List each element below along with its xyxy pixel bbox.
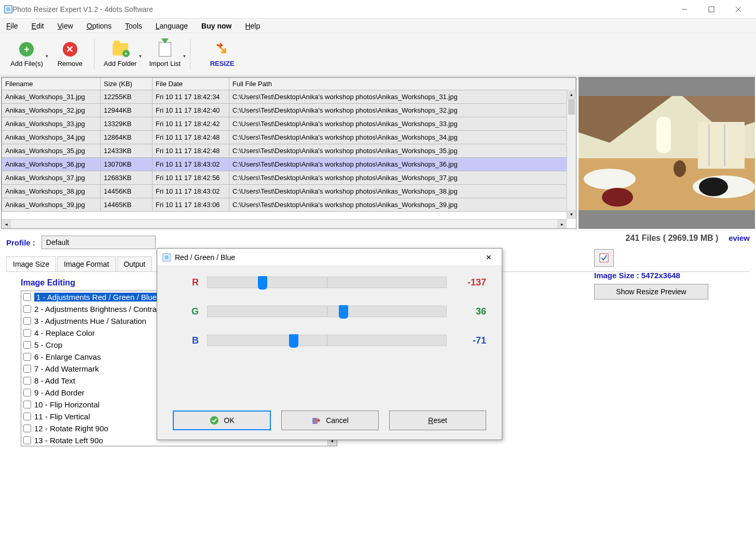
resize-icon bbox=[214, 41, 230, 58]
cell-size: 14465KB bbox=[101, 198, 153, 212]
cell-date: Fri 10 11 17 18:42:42 bbox=[153, 117, 229, 131]
add-folder-button[interactable]: + Add Folder ▾ bbox=[98, 39, 143, 70]
cell-size: 12433KB bbox=[101, 144, 153, 158]
scroll-right-icon[interactable]: ▸ bbox=[557, 220, 567, 229]
table-row[interactable]: Anikas_Workshops_31.jpg12255KBFri 10 11 … bbox=[2, 90, 576, 104]
dropdown-arrow-icon[interactable]: ▾ bbox=[183, 53, 186, 59]
dropdown-arrow-icon[interactable]: ▾ bbox=[139, 53, 142, 59]
menu-file[interactable]: File bbox=[6, 22, 18, 30]
list-checkbox[interactable] bbox=[23, 401, 31, 408]
list-item-label: 13 - Rotate Left 90o bbox=[34, 436, 103, 445]
g-slider[interactable] bbox=[207, 306, 447, 317]
scroll-thumb[interactable] bbox=[568, 99, 575, 115]
list-checkbox[interactable] bbox=[23, 329, 31, 337]
list-checkbox[interactable] bbox=[23, 293, 31, 301]
titlebar: Photo Resizer Expert V1.2 - 4dots Softwa… bbox=[0, 0, 756, 19]
scroll-up-icon[interactable]: ▴ bbox=[567, 90, 576, 99]
dropdown-arrow-icon[interactable]: ▾ bbox=[46, 53, 48, 59]
cell-path: C:\Users\Test\Desktop\Anika's workshop p… bbox=[229, 158, 576, 171]
dialog-close-button[interactable]: ✕ bbox=[481, 253, 497, 262]
table-row[interactable]: Anikas_Workshops_38.jpg14456KBFri 10 11 … bbox=[2, 185, 576, 198]
list-checkbox[interactable] bbox=[23, 377, 31, 385]
check-toggle[interactable] bbox=[594, 249, 614, 267]
table-row[interactable]: Anikas_Workshops_39.jpg14465KBFri 10 11 … bbox=[2, 198, 576, 212]
ok-button[interactable]: OK bbox=[173, 411, 271, 430]
list-checkbox[interactable] bbox=[23, 365, 31, 373]
list-checkbox[interactable] bbox=[23, 436, 31, 444]
vertical-scrollbar[interactable]: ▴ ▾ bbox=[567, 90, 576, 219]
scroll-left-icon[interactable]: ◂ bbox=[2, 220, 11, 229]
col-size[interactable]: Size (KB) bbox=[101, 78, 153, 90]
resize-button[interactable]: RESIZE bbox=[194, 39, 251, 70]
preview-pane bbox=[579, 77, 755, 229]
file-table[interactable]: Filename Size (KB) File Date Full File P… bbox=[1, 77, 576, 229]
cell-path: C:\Users\Test\Desktop\Anika's workshop p… bbox=[229, 144, 576, 158]
tab-image-size[interactable]: Image Size bbox=[6, 256, 56, 271]
list-checkbox[interactable] bbox=[23, 413, 31, 420]
import-list-button[interactable]: Import List ▾ bbox=[143, 39, 187, 70]
list-checkbox[interactable] bbox=[23, 341, 31, 349]
cell-path: C:\Users\Test\Desktop\Anika's workshop p… bbox=[229, 131, 576, 144]
show-resize-preview-button[interactable]: Show Resize Preview bbox=[594, 284, 708, 299]
list-item-label: 9 - Add Border bbox=[34, 388, 85, 397]
svg-rect-18 bbox=[656, 117, 671, 153]
toolbar-separator bbox=[190, 39, 190, 70]
close-button[interactable] bbox=[725, 0, 752, 19]
table-row[interactable]: Anikas_Workshops_33.jpg13329KBFri 10 11 … bbox=[2, 117, 576, 131]
col-date[interactable]: File Date bbox=[153, 78, 229, 90]
menu-options[interactable]: Options bbox=[87, 22, 112, 30]
menu-language[interactable]: Language bbox=[156, 22, 188, 30]
list-checkbox[interactable] bbox=[23, 353, 31, 361]
b-slider[interactable] bbox=[207, 335, 447, 346]
list-item-label: 4 - Replace Color bbox=[34, 329, 95, 337]
menu-buy-now[interactable]: Buy now bbox=[201, 22, 231, 30]
dialog-icon bbox=[162, 253, 171, 262]
cell-filename: Anikas_Workshops_36.jpg bbox=[2, 158, 101, 171]
table-row[interactable]: Anikas_Workshops_34.jpg12864KBFri 10 11 … bbox=[2, 131, 576, 144]
menu-view[interactable]: View bbox=[58, 22, 73, 30]
list-checkbox[interactable] bbox=[23, 317, 31, 325]
reset-button[interactable]: Reset bbox=[389, 411, 486, 430]
b-value: -71 bbox=[455, 335, 486, 346]
cell-path: C:\Users\Test\Desktop\Anika's workshop p… bbox=[229, 198, 576, 212]
minimize-button[interactable] bbox=[671, 0, 698, 19]
r-slider[interactable] bbox=[207, 277, 447, 288]
add-files-button[interactable]: + Add File(s) ▾ bbox=[4, 39, 49, 70]
svg-point-16 bbox=[699, 177, 728, 196]
cell-size: 12944KB bbox=[101, 104, 153, 117]
profile-combo[interactable]: Default bbox=[42, 236, 156, 249]
table-row[interactable]: Anikas_Workshops_37.jpg12683KBFri 10 11 … bbox=[2, 171, 576, 185]
menu-edit[interactable]: Edit bbox=[32, 22, 44, 30]
list-checkbox[interactable] bbox=[23, 425, 31, 432]
svg-point-13 bbox=[584, 169, 636, 189]
svg-rect-10 bbox=[698, 122, 745, 169]
maximize-button[interactable] bbox=[698, 0, 725, 19]
menubar: File Edit View Options Tools Language Bu… bbox=[0, 19, 756, 33]
svg-rect-12 bbox=[724, 125, 725, 166]
table-row[interactable]: Anikas_Workshops_32.jpg12944KBFri 10 11 … bbox=[2, 104, 576, 117]
slider-thumb[interactable] bbox=[258, 276, 267, 290]
list-item-label: 12 - Rotate Right 90o bbox=[34, 424, 108, 433]
table-row[interactable]: Anikas_Workshops_35.jpg12433KBFri 10 11 … bbox=[2, 144, 576, 158]
slider-thumb[interactable] bbox=[339, 305, 348, 319]
menu-help[interactable]: Help bbox=[245, 22, 260, 30]
plus-icon: + bbox=[19, 42, 34, 57]
list-checkbox[interactable] bbox=[23, 389, 31, 396]
tab-output[interactable]: Output bbox=[117, 256, 152, 271]
remove-button[interactable]: ✕ Remove bbox=[49, 39, 91, 70]
check-icon bbox=[210, 416, 219, 425]
table-row[interactable]: Anikas_Workshops_36.jpg13070KBFri 10 11 … bbox=[2, 158, 576, 171]
col-path[interactable]: Full File Path bbox=[229, 78, 576, 90]
cell-filename: Anikas_Workshops_38.jpg bbox=[2, 185, 101, 198]
col-filename[interactable]: Filename bbox=[2, 78, 101, 90]
tab-image-format[interactable]: Image Format bbox=[57, 256, 116, 271]
slider-thumb[interactable] bbox=[289, 334, 298, 348]
scroll-down-icon[interactable]: ▾ bbox=[567, 210, 576, 219]
menu-tools[interactable]: Tools bbox=[125, 22, 142, 30]
cancel-button[interactable]: Cancel bbox=[281, 411, 378, 430]
horizontal-scrollbar[interactable]: ◂ ▸ bbox=[2, 219, 567, 228]
dialog-titlebar[interactable]: Red / Green / Blue ✕ bbox=[157, 249, 502, 266]
list-checkbox[interactable] bbox=[23, 305, 31, 313]
profile-label: Profile : bbox=[6, 238, 35, 247]
image-size-label: Image Size : 5472x3648 bbox=[594, 271, 750, 280]
